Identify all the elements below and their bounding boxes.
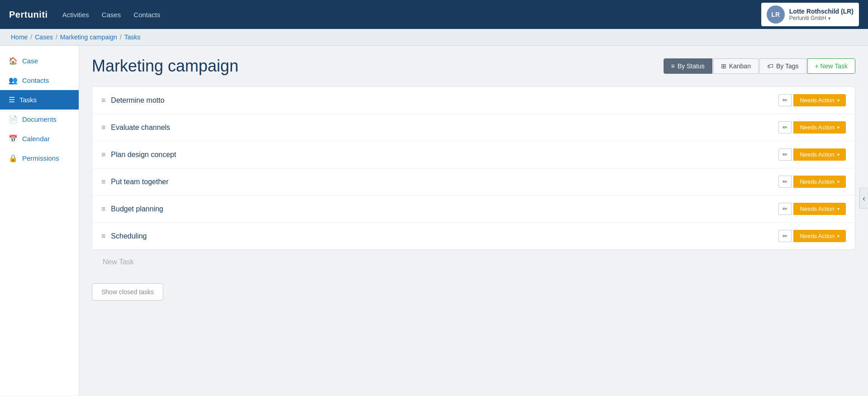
task-actions: ✏ Needs Action ▾ [778, 121, 846, 134]
nav-link-activities[interactable]: Activities [62, 11, 89, 19]
drag-icon: ≡ [101, 205, 105, 213]
task-name: Evaluate channels [111, 124, 778, 132]
task-actions: ✏ Needs Action ▾ [778, 176, 846, 188]
status-label: Needs Action [800, 151, 835, 158]
status-button[interactable]: Needs Action ▾ [793, 176, 846, 188]
task-name: Plan design concept [111, 151, 778, 159]
task-actions: ✏ Needs Action ▾ [778, 203, 846, 215]
tasks-container: ≡ Determine motto ✏ Needs Action ▾ ≡ Eva… [92, 86, 855, 250]
drag-icon: ≡ [101, 124, 105, 132]
kanban-icon: ⊞ [721, 62, 726, 70]
sidebar-item-documents[interactable]: 📄 Documents [0, 110, 79, 129]
new-task-inline[interactable]: New Task [92, 250, 855, 274]
by-status-button[interactable]: ≡ By Status [664, 58, 712, 74]
toolbar: ≡ By Status ⊞ Kanban 🏷 By Tags + New Tas… [664, 58, 855, 74]
documents-icon: 📄 [9, 115, 18, 124]
sidebar-label-calendar: Calendar [22, 135, 50, 143]
permissions-icon: 🔒 [9, 154, 18, 162]
task-actions: ✏ Needs Action ▾ [778, 148, 846, 161]
collapse-sidebar-button[interactable]: ‹ [859, 187, 868, 209]
by-tags-icon: 🏷 [767, 62, 773, 70]
tasks-icon: ☰ [9, 95, 15, 104]
sidebar-item-tasks[interactable]: ☰ Tasks [0, 90, 79, 110]
breadcrumb-item-tasks[interactable]: Tasks [124, 33, 141, 41]
sidebar-item-contacts[interactable]: 👥 Contacts [0, 71, 79, 90]
sidebar-label-permissions: Permissions [22, 154, 59, 162]
sidebar-item-case[interactable]: 🏠 Case [0, 51, 79, 71]
page-title: Marketing campaign [92, 57, 238, 76]
task-row[interactable]: ≡ Evaluate channels ✏ Needs Action ▾ [92, 114, 855, 141]
status-dropdown-arrow: ▾ [837, 234, 840, 239]
by-tags-button[interactable]: 🏷 By Tags [759, 58, 806, 74]
task-row[interactable]: ≡ Scheduling ✏ Needs Action ▾ [92, 223, 855, 249]
case-icon: 🏠 [9, 57, 18, 65]
status-label: Needs Action [800, 178, 835, 185]
show-closed-button[interactable]: Show closed tasks [92, 283, 163, 301]
brand-logo: Pertuniti [9, 10, 48, 20]
user-info: Lotte Rothschild (LR) Pertuniti GmbH ▾ [789, 8, 854, 21]
sidebar-item-calendar[interactable]: 📅 Calendar [0, 129, 79, 148]
status-dropdown-arrow: ▾ [837, 206, 840, 211]
task-name: Determine motto [111, 96, 778, 105]
edit-task-button[interactable]: ✏ [778, 148, 792, 161]
user-card[interactable]: LR Lotte Rothschild (LR) Pertuniti GmbH … [761, 3, 859, 26]
task-row[interactable]: ≡ Budget planning ✏ Needs Action ▾ [92, 196, 855, 223]
task-row[interactable]: ≡ Determine motto ✏ Needs Action ▾ [92, 87, 855, 114]
breadcrumb-separator: / [56, 33, 57, 41]
task-name: Budget planning [111, 205, 778, 213]
sidebar-label-documents: Documents [22, 115, 57, 123]
breadcrumb: Home/Cases/Marketing campaign/Tasks [0, 29, 868, 46]
sidebar-label-tasks: Tasks [19, 96, 37, 104]
task-row[interactable]: ≡ Put team together ✏ Needs Action ▾ [92, 168, 855, 196]
kanban-button[interactable]: ⊞ Kanban [713, 58, 759, 74]
new-task-header-button[interactable]: + New Task [807, 58, 856, 74]
task-name: Scheduling [111, 232, 778, 240]
contacts-icon: 👥 [9, 76, 18, 85]
status-button[interactable]: Needs Action ▾ [793, 121, 846, 134]
drag-icon: ≡ [101, 232, 105, 240]
by-status-icon: ≡ [671, 62, 675, 70]
edit-task-button[interactable]: ✏ [778, 121, 792, 134]
top-navigation: Pertuniti ActivitiesCasesContacts LR Lot… [0, 0, 868, 29]
nav-link-cases[interactable]: Cases [102, 11, 121, 19]
status-button[interactable]: Needs Action ▾ [793, 148, 846, 161]
status-button[interactable]: Needs Action ▾ [793, 94, 846, 106]
company-dropdown-arrow[interactable]: ▾ [828, 16, 830, 21]
status-dropdown-arrow: ▾ [837, 125, 840, 130]
drag-icon: ≡ [101, 96, 105, 105]
breadcrumb-item-cases[interactable]: Cases [35, 33, 53, 41]
drag-icon: ≡ [101, 178, 105, 186]
calendar-icon: 📅 [9, 134, 18, 143]
status-label: Needs Action [800, 233, 835, 239]
status-dropdown-arrow: ▾ [837, 179, 840, 184]
nav-links: ActivitiesCasesContacts [62, 11, 161, 19]
status-button[interactable]: Needs Action ▾ [793, 203, 846, 215]
status-dropdown-arrow: ▾ [837, 98, 840, 103]
task-actions: ✏ Needs Action ▾ [778, 94, 846, 106]
status-dropdown-arrow: ▾ [837, 152, 840, 157]
edit-task-button[interactable]: ✏ [778, 176, 792, 188]
page-header: Marketing campaign ≡ By Status ⊞ Kanban … [92, 57, 855, 76]
edit-task-button[interactable]: ✏ [778, 203, 792, 215]
nav-left: Pertuniti ActivitiesCasesContacts [9, 10, 161, 20]
user-name: Lotte Rothschild (LR) [789, 8, 854, 15]
status-label: Needs Action [800, 205, 835, 212]
by-status-label: By Status [678, 62, 705, 70]
task-row[interactable]: ≡ Plan design concept ✏ Needs Action ▾ [92, 141, 855, 168]
edit-task-button[interactable]: ✏ [778, 94, 792, 106]
breadcrumb-item-home[interactable]: Home [11, 33, 28, 41]
sidebar-item-permissions[interactable]: 🔒 Permissions [0, 148, 79, 168]
sidebar-label-case: Case [22, 57, 38, 65]
breadcrumb-item-marketing-campaign[interactable]: Marketing campaign [60, 33, 117, 41]
breadcrumb-separator: / [30, 33, 32, 41]
status-button[interactable]: Needs Action ▾ [793, 230, 846, 242]
kanban-label: Kanban [729, 62, 751, 70]
main-layout: 🏠 Case 👥 Contacts ☰ Tasks 📄 Documents 📅 … [0, 46, 868, 396]
nav-link-contacts[interactable]: Contacts [133, 11, 160, 19]
by-tags-label: By Tags [776, 62, 799, 70]
user-company: Pertuniti GmbH ▾ [789, 15, 854, 21]
edit-task-button[interactable]: ✏ [778, 230, 792, 242]
status-label: Needs Action [800, 97, 835, 104]
status-label: Needs Action [800, 124, 835, 131]
main-content: Marketing campaign ≡ By Status ⊞ Kanban … [79, 46, 868, 396]
